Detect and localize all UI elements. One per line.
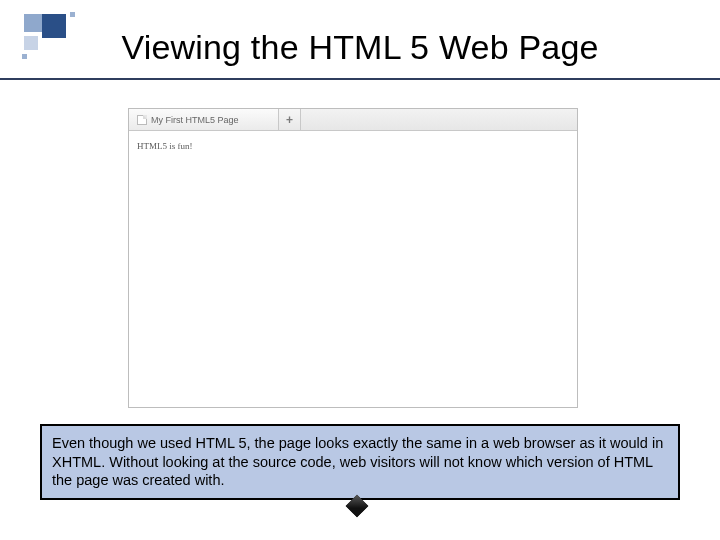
new-tab-button: + xyxy=(279,109,301,130)
slide-title: Viewing the HTML 5 Web Page xyxy=(0,28,720,67)
browser-tabbar: My First HTML5 Page + xyxy=(129,109,577,131)
browser-tab: My First HTML5 Page xyxy=(129,109,279,130)
browser-page-content: HTML5 is fun! xyxy=(129,131,577,161)
browser-screenshot: My First HTML5 Page + HTML5 is fun! xyxy=(128,108,578,408)
page-icon xyxy=(137,115,147,125)
deco-square xyxy=(70,12,75,17)
browser-tab-title: My First HTML5 Page xyxy=(151,115,239,125)
title-underline xyxy=(0,78,720,80)
slide-caption: Even though we used HTML 5, the page loo… xyxy=(40,424,680,500)
